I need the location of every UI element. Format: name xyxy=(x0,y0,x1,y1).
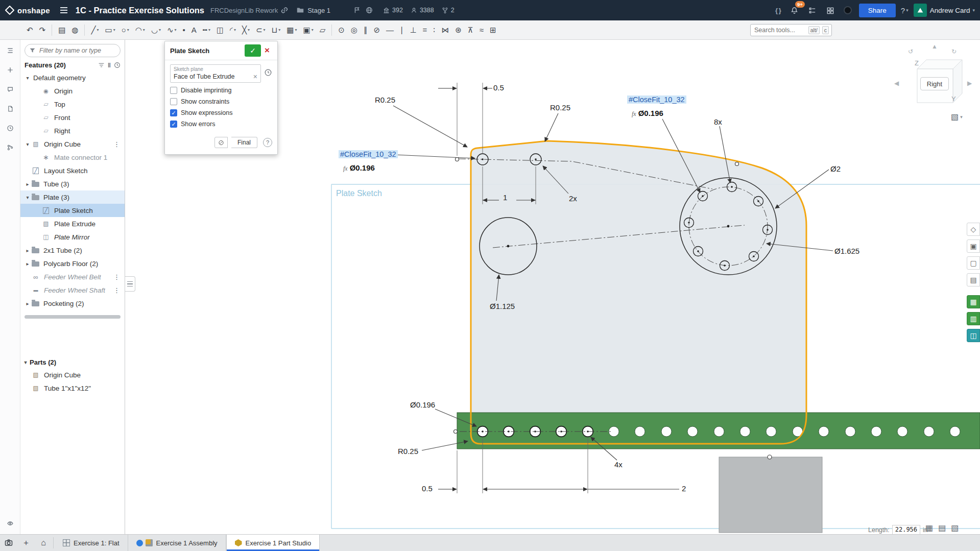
display-settings-button[interactable] xyxy=(4,517,17,530)
tree-scrollbar[interactable] xyxy=(25,315,121,319)
feature-list-panel-button[interactable] xyxy=(4,44,17,57)
export-sheet-button[interactable]: ▥ xyxy=(967,312,980,325)
copy-link-button[interactable] xyxy=(278,4,291,17)
caret-down-icon[interactable]: ▾ xyxy=(23,195,32,200)
chevron-down-icon[interactable]: ▾ xyxy=(143,28,145,32)
vertical-constraint[interactable]: ∣ xyxy=(397,23,407,37)
filter-features-icon[interactable] xyxy=(98,62,105,68)
insert-panel-button[interactable] xyxy=(4,63,17,77)
tree-item[interactable]: Top xyxy=(20,98,125,111)
grid-toggle-icon[interactable]: ▦ xyxy=(925,523,933,533)
folder-breadcrumb[interactable]: Stage 1 xyxy=(296,6,330,14)
chevron-down-icon[interactable]: ▾ xyxy=(234,28,236,32)
tree-item[interactable]: ▸Tube (3) xyxy=(20,177,125,190)
tree-item[interactable]: Mate connector 1 xyxy=(20,151,125,164)
capture-thumbnail-button[interactable] xyxy=(0,535,17,551)
public-button[interactable] xyxy=(363,4,375,16)
parts-header[interactable]: ▾ Parts (2) xyxy=(21,358,121,366)
kebab-menu-icon[interactable]: ⋮ xyxy=(111,286,123,294)
tab-exercise-1-assembly[interactable]: Exercise 1 Assembly xyxy=(128,535,226,551)
account-menu[interactable]: Andrew Card ▾ xyxy=(914,4,975,17)
named-views-button[interactable]: ▤ xyxy=(967,273,980,286)
chevron-down-icon[interactable]: ▾ xyxy=(113,28,115,32)
checkbox-row[interactable]: ✓Show errors xyxy=(170,121,272,128)
tree-item[interactable]: Front xyxy=(20,111,125,124)
filter-input[interactable] xyxy=(38,46,116,55)
data-panel-button[interactable]: ◫ xyxy=(967,329,980,342)
sketch-properties-tool[interactable]: ▤ xyxy=(56,23,68,37)
caret-right-icon[interactable]: ▸ xyxy=(23,181,32,187)
snapshot-icon[interactable]: ▧ xyxy=(951,523,959,533)
offset-tool[interactable]: ⊂▾ xyxy=(253,23,268,37)
mirror-tool[interactable]: ◫ xyxy=(214,23,226,37)
undo-button[interactable]: ↶ xyxy=(24,23,36,37)
caret-right-icon[interactable]: ▸ xyxy=(23,248,32,253)
tree-item[interactable]: ▾Origin Cube⋮ xyxy=(20,137,125,151)
checkbox-checked-icon[interactable]: ✓ xyxy=(170,109,177,116)
sketch-view-mode-button[interactable] xyxy=(214,137,228,148)
help-menu[interactable]: ? ▾ xyxy=(901,6,909,15)
tree-item[interactable]: Feeder Wheel Shaft⋮ xyxy=(20,283,125,297)
rotate-right-arrow[interactable]: ▶ xyxy=(967,80,972,87)
tree-item[interactable]: ▾Default geometry xyxy=(20,71,125,84)
filter-box[interactable] xyxy=(25,44,121,57)
tree-item[interactable]: Plate Mirror xyxy=(20,230,125,244)
view-cube[interactable]: ▲ ↺ ↻ ◀ ▶ Z Y Right xyxy=(891,42,980,126)
caret-down-icon[interactable]: ▾ xyxy=(21,360,30,365)
tangent-constraint[interactable]: ⊘ xyxy=(371,23,383,37)
featurescript-button[interactable]: { } xyxy=(773,5,783,16)
share-button[interactable]: Share xyxy=(859,4,896,17)
tree-item[interactable]: Origin Cube xyxy=(20,368,125,381)
trim-tool[interactable]: ╳▾ xyxy=(240,23,252,37)
show-constraints-tool[interactable]: ⊞ xyxy=(487,23,499,37)
chevron-down-icon[interactable]: ▾ xyxy=(175,28,177,32)
insert-dxf-tool[interactable]: ▣▾ xyxy=(301,23,316,37)
checkbox-unchecked-icon[interactable] xyxy=(170,98,177,105)
home-button[interactable]: ⌂ xyxy=(35,535,52,551)
tree-item[interactable]: ▾Plate (3) xyxy=(20,190,125,204)
tree-item[interactable]: Plate Sketch xyxy=(20,204,125,217)
concentric-constraint[interactable]: ◎ xyxy=(348,23,360,37)
line-tool[interactable]: ╱▾ xyxy=(88,23,101,37)
notifications-button[interactable]: 9+ xyxy=(788,4,801,17)
chevron-down-icon[interactable]: ▾ xyxy=(264,28,266,32)
onshape-logo[interactable]: onshape xyxy=(5,6,50,15)
search-tools-box[interactable]: alt/ c xyxy=(750,24,832,36)
display-options-button[interactable]: ◇ xyxy=(967,223,980,236)
view-mode-button[interactable]: ▧ ▾ xyxy=(951,112,963,122)
normal-constraint[interactable]: ⊼ xyxy=(465,23,476,37)
fix-constraint[interactable]: ⊛ xyxy=(452,23,464,37)
stat-followers[interactable]: 3388 xyxy=(410,7,434,14)
insert-image-tool[interactable]: ◍ xyxy=(69,23,81,37)
isolate-button[interactable]: ▦ xyxy=(967,295,980,308)
tree-item[interactable]: ▸2x1 Tube (2) xyxy=(20,244,125,257)
kebab-menu-icon[interactable]: ⋮ xyxy=(111,140,123,148)
symmetric-constraint[interactable]: ⋈ xyxy=(439,23,451,37)
app-store-button[interactable] xyxy=(824,4,836,17)
rollback-history-icon[interactable] xyxy=(114,62,121,68)
tree-item[interactable]: Plate Extrude xyxy=(20,217,125,230)
caret-down-icon[interactable]: ▾ xyxy=(23,75,32,81)
equal-constraint[interactable]: = xyxy=(420,23,430,37)
print-icon[interactable]: ▤ xyxy=(938,523,946,533)
tree-item[interactable]: Tube 1"x1"x12" xyxy=(20,381,125,395)
checkbox-unchecked-icon[interactable] xyxy=(170,87,177,94)
follow-button[interactable] xyxy=(351,4,363,16)
checkbox-row[interactable]: ✓Show expressions xyxy=(170,109,272,116)
rotate-ccw-icon[interactable]: ↺ xyxy=(908,48,913,55)
rotate-left-arrow[interactable]: ◀ xyxy=(894,80,899,87)
chevron-down-icon[interactable]: ▾ xyxy=(248,28,250,32)
main-menu-button[interactable] xyxy=(57,4,70,17)
coincident-constraint[interactable]: ⊙ xyxy=(336,23,347,37)
rotate-up-arrow[interactable]: ▲ xyxy=(931,43,938,50)
tab-exercise-1-flat[interactable]: Exercise 1: Flat xyxy=(55,535,128,551)
panel-resize-handle[interactable] xyxy=(125,276,135,292)
hidden-edges-button[interactable]: ▢ xyxy=(967,256,980,270)
versions-panel-button[interactable] xyxy=(4,141,17,154)
clear-selection-icon[interactable]: × xyxy=(253,73,257,81)
sketch-plane-field[interactable]: Sketch plane Face of Tube Extrude × xyxy=(170,64,261,83)
chevron-down-icon[interactable]: ▾ xyxy=(97,28,99,32)
tree-item[interactable]: Feeder Wheel Belt⋮ xyxy=(20,270,125,283)
construction-tool[interactable]: ╍▾ xyxy=(200,23,213,37)
checkbox-row[interactable]: Disable imprinting xyxy=(170,87,272,94)
